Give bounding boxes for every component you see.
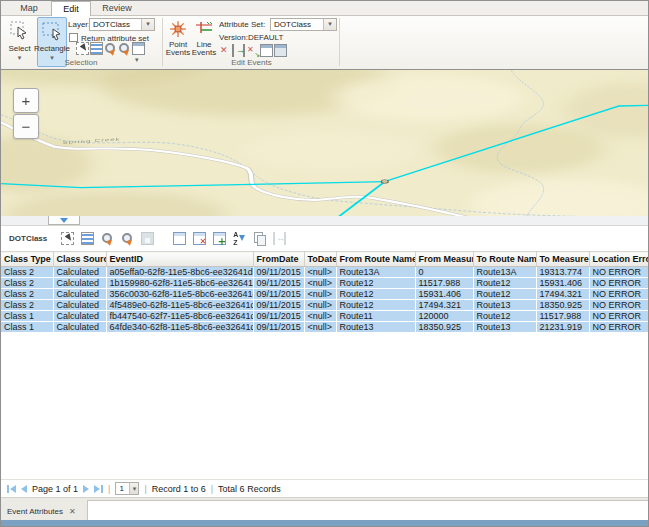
attribute-set-dropdown[interactable]: DOTClass bbox=[270, 18, 337, 31]
column-header[interactable]: To Route Name bbox=[473, 252, 536, 267]
chevron-down-icon[interactable] bbox=[129, 483, 138, 494]
table-cell: 09/11/2015 bbox=[253, 322, 304, 333]
separator: | bbox=[108, 484, 110, 494]
show-selected-records-icon[interactable] bbox=[81, 232, 94, 245]
attribute-set-dropdown-value: DOTClass bbox=[271, 19, 323, 30]
pan-to-record-icon[interactable] bbox=[121, 232, 134, 245]
table-cell: Class 1 bbox=[1, 311, 53, 322]
tab-edit[interactable]: Edit bbox=[51, 1, 91, 16]
table-cell: 64fde340-62f8-11e5-8bc6-ee32641d5ec9 bbox=[106, 322, 253, 333]
add-record-icon[interactable] bbox=[213, 232, 226, 245]
table-cell: Calculated bbox=[53, 267, 106, 278]
delete-record-icon[interactable] bbox=[193, 232, 206, 245]
table-cell: Calculated bbox=[53, 311, 106, 322]
table-row[interactable]: Class 2Calculateda05effa0-62f8-11e5-8bc6… bbox=[1, 267, 648, 278]
column-header[interactable]: To Measure bbox=[536, 252, 589, 267]
table-row[interactable]: Class 2Calculated1b159980-62f8-11e5-8bc6… bbox=[1, 278, 648, 289]
panel-splitter[interactable] bbox=[1, 216, 648, 226]
tab-strip-background bbox=[87, 500, 648, 520]
save-edits-icon[interactable] bbox=[141, 232, 154, 245]
table-cell: 09/11/2015 bbox=[253, 311, 304, 322]
last-page-button[interactable] bbox=[94, 485, 103, 493]
table-cell: 17494.321 bbox=[536, 289, 589, 300]
tab-review[interactable]: Review bbox=[93, 1, 141, 16]
table-cell: a05effa0-62f8-11e5-8bc6-ee32641d5ec9 bbox=[106, 267, 253, 278]
table-cell: Calculated bbox=[53, 322, 106, 333]
record-range-text: Record 1 to 6 bbox=[152, 484, 206, 494]
previous-page-button[interactable] bbox=[21, 485, 27, 493]
attribute-set-label: Attribute Set: bbox=[219, 20, 265, 29]
point-events-icon bbox=[169, 20, 187, 40]
map-canvas[interactable]: Spring Creek + − bbox=[1, 69, 648, 216]
sort-records-icon[interactable] bbox=[233, 232, 246, 245]
rectangle-tool-label: Rectangle bbox=[34, 45, 70, 53]
split-events-icon[interactable] bbox=[246, 44, 259, 57]
copy-records-icon[interactable] bbox=[253, 232, 266, 245]
show-attributes-icon[interactable] bbox=[90, 42, 103, 55]
return-attribute-set-checkbox[interactable] bbox=[69, 33, 78, 42]
point-events-label: Point Events bbox=[166, 41, 190, 57]
table-cell: NO ERROR bbox=[589, 267, 648, 278]
zoom-out-button[interactable]: − bbox=[13, 114, 39, 139]
zoom-to-selection-icon[interactable] bbox=[104, 42, 117, 55]
group-divider bbox=[339, 18, 340, 66]
next-page-button[interactable] bbox=[83, 485, 89, 493]
layer-dropdown[interactable]: DOTClass bbox=[89, 18, 155, 31]
tab-event-attributes-label: Event Attributes bbox=[7, 507, 63, 516]
tab-map[interactable]: Map bbox=[9, 1, 49, 16]
table-cell: Class 2 bbox=[1, 267, 53, 278]
table-cell: <null> bbox=[304, 300, 336, 311]
column-header[interactable]: EventID bbox=[106, 252, 253, 267]
column-header[interactable]: FromDate bbox=[253, 252, 304, 267]
event-table: Class TypeClass SourceEventIDFromDateToD… bbox=[1, 251, 648, 333]
delete-events-icon[interactable] bbox=[218, 44, 231, 57]
close-icon[interactable]: ✕ bbox=[69, 507, 76, 516]
select-records-icon[interactable] bbox=[61, 232, 74, 245]
column-header[interactable]: Location Error bbox=[589, 252, 648, 267]
tab-event-attributes[interactable]: Event Attributes ✕ bbox=[7, 501, 76, 521]
chevron-down-icon[interactable] bbox=[141, 19, 154, 30]
table-cell: Route13 bbox=[336, 322, 415, 333]
select-features-icon[interactable] bbox=[76, 42, 89, 55]
extend-events-icon[interactable] bbox=[232, 44, 245, 57]
table-row[interactable]: Class 1Calculated64fde340-62f8-11e5-8bc6… bbox=[1, 322, 648, 333]
table-row[interactable]: Class 1Calculatedfb447540-62f7-11e5-8bc6… bbox=[1, 311, 648, 322]
table-cell: Class 2 bbox=[1, 289, 53, 300]
table-row[interactable]: Class 2Calculated4f5489e0-62f8-11e5-8bc6… bbox=[1, 300, 648, 311]
table-cell: 1b159980-62f8-11e5-8bc6-ee32641d5ec9 bbox=[106, 278, 253, 289]
line-events-icon bbox=[195, 20, 213, 40]
page-select-dropdown[interactable]: 1 bbox=[115, 482, 139, 495]
table-row[interactable]: Class 2Calculated356c0030-62f8-11e5-8bc6… bbox=[1, 289, 648, 300]
column-header[interactable]: ToDate bbox=[304, 252, 336, 267]
route-junction-marker[interactable] bbox=[381, 180, 388, 184]
table-cell: Route13A bbox=[336, 267, 415, 278]
column-header[interactable]: Class Type bbox=[1, 252, 53, 267]
table-cell: 356c0030-62f8-11e5-8bc6-ee32641d5ec9 bbox=[106, 289, 253, 300]
pan-to-selection-icon[interactable] bbox=[118, 42, 131, 55]
basemap: Spring Creek bbox=[1, 70, 648, 216]
open-table-icon[interactable] bbox=[173, 232, 186, 245]
table-cell: NO ERROR bbox=[589, 289, 648, 300]
table-cell: Route13 bbox=[473, 322, 536, 333]
table-cell: 19313.774 bbox=[536, 267, 589, 278]
column-header[interactable]: From Measure bbox=[415, 252, 473, 267]
column-header[interactable]: Class Source bbox=[53, 252, 106, 267]
table-cell: 18350.925 bbox=[415, 322, 473, 333]
table-cell: Calculated bbox=[53, 278, 106, 289]
collapse-panel-button[interactable] bbox=[48, 216, 80, 225]
table-cell: Class 2 bbox=[1, 278, 53, 289]
table-cell: 09/11/2015 bbox=[253, 300, 304, 311]
chevron-down-icon[interactable] bbox=[323, 19, 336, 30]
layer-dropdown-value: DOTClass bbox=[90, 19, 141, 30]
event-table-icon[interactable] bbox=[274, 44, 287, 57]
zoom-to-record-icon[interactable] bbox=[101, 232, 114, 245]
first-page-button[interactable] bbox=[7, 485, 16, 493]
table-cell: 18350.925 bbox=[536, 300, 589, 311]
selection-options-icon[interactable] bbox=[132, 42, 145, 55]
column-header[interactable]: From Route Name bbox=[336, 252, 415, 267]
fit-columns-icon[interactable] bbox=[273, 232, 286, 245]
table-cell: 120000 bbox=[415, 311, 473, 322]
event-panel-icon[interactable] bbox=[260, 44, 273, 57]
total-records-text: Total 6 Records bbox=[218, 484, 281, 494]
zoom-in-button[interactable]: + bbox=[13, 88, 39, 113]
